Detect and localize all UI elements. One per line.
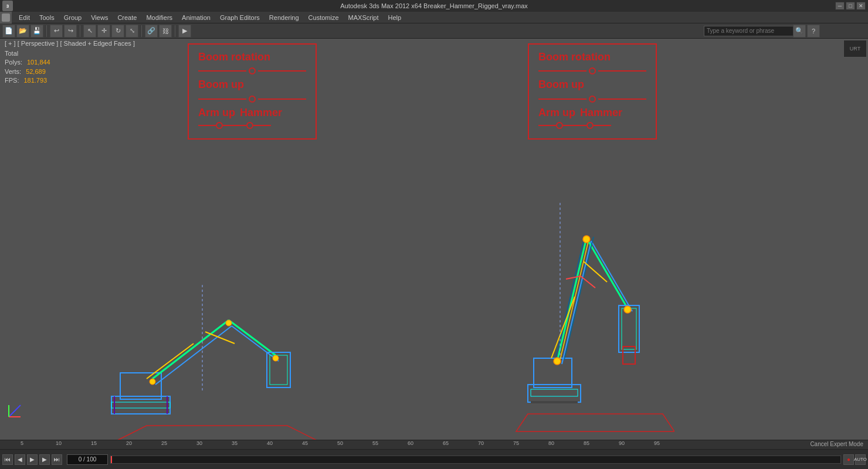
menu-animation[interactable]: Animation xyxy=(177,12,215,23)
ruler-tick-60: 60 xyxy=(408,440,413,446)
close-button[interactable]: ✕ xyxy=(856,2,866,10)
ruler-tick-65: 65 xyxy=(443,440,449,446)
svg-marker-18 xyxy=(516,414,674,431)
toolbar-sep-3 xyxy=(141,25,142,37)
boom-rotation-label-left: Boom rotation xyxy=(198,50,306,64)
toolbar-save[interactable]: 💾 xyxy=(30,25,43,38)
play-back-button[interactable]: ⏮ xyxy=(2,454,13,465)
timeline-trackbar[interactable] xyxy=(110,456,841,464)
svg-line-4 xyxy=(152,320,229,379)
toolbar-sep-1 xyxy=(46,25,47,37)
toolbar-unlink[interactable]: ⛓ xyxy=(159,25,172,38)
timeline-cursor xyxy=(111,456,112,463)
play-button[interactable]: ▶ xyxy=(27,454,38,465)
frame-counter[interactable]: 0 / 100 xyxy=(67,454,108,465)
autokey-button[interactable]: AUTO xyxy=(855,454,866,465)
ruler-tick-20: 20 xyxy=(126,440,132,446)
ruler-tick-40: 40 xyxy=(267,440,273,446)
total-label: Total xyxy=(5,49,18,58)
step-forward-button[interactable]: ▶ xyxy=(39,454,50,465)
search-input[interactable] xyxy=(704,26,798,36)
toolbar-link[interactable]: 🔗 xyxy=(145,25,158,38)
toolbar-scale[interactable]: ⤡ xyxy=(126,25,138,38)
stats-panel: Total Polys: 101,844 Verts: 52,689 FPS: … xyxy=(5,49,50,86)
svg-rect-21 xyxy=(534,358,572,388)
menu-group[interactable]: Group xyxy=(59,12,87,23)
timeline-ruler: 5 10 15 20 25 30 35 40 45 50 55 60 65 70… xyxy=(0,440,868,449)
svg-rect-2 xyxy=(111,402,170,408)
arm-knob-left[interactable] xyxy=(216,122,223,129)
svg-line-11 xyxy=(205,332,235,344)
verts-value: 52,689 xyxy=(26,67,46,76)
svg-line-30 xyxy=(554,241,584,364)
viewport: [ + ] [ Perspective ] [ Shaded + Edged F… xyxy=(0,39,868,449)
menu-edit[interactable]: Edit xyxy=(14,12,35,23)
menu-rendering[interactable]: Rendering xyxy=(265,12,304,23)
toolbar-sep-4 xyxy=(175,25,175,37)
toolbar-undo[interactable]: ↩ xyxy=(50,25,63,38)
render-thumbnail: URT xyxy=(843,40,867,57)
toolbar-render[interactable]: ▶ xyxy=(178,25,191,38)
toolbar-select[interactable]: ↖ xyxy=(83,25,96,38)
boom-rotation-label-right: Boom rotation xyxy=(538,50,646,64)
boom-up-knob-right[interactable] xyxy=(589,96,596,103)
menu-create[interactable]: Create xyxy=(113,12,141,23)
svg-point-36 xyxy=(624,306,631,313)
svg-point-12 xyxy=(150,379,155,385)
boom-rotation-knob-row-right xyxy=(538,67,646,74)
minimize-button[interactable]: ─ xyxy=(835,2,845,10)
menu-maxscript[interactable]: MAXScript xyxy=(344,12,384,23)
viewport-gizmo xyxy=(6,402,23,420)
toolbar-rotate[interactable]: ↻ xyxy=(111,25,124,38)
help-btn[interactable]: ? xyxy=(807,25,820,38)
arm-knob-right[interactable] xyxy=(556,122,563,129)
svg-line-26 xyxy=(591,241,632,311)
toolbar-redo[interactable]: ↪ xyxy=(64,25,77,38)
toolbar-sep-2 xyxy=(80,25,80,37)
hammer-label-left: Hammer xyxy=(240,106,282,120)
svg-line-31 xyxy=(564,237,594,360)
control-panel-left: Boom rotation Boom up Arm up Hammer xyxy=(188,43,317,140)
menu-views[interactable]: Views xyxy=(86,12,113,23)
toolbar-new[interactable]: 📄 xyxy=(2,25,15,38)
svg-point-34 xyxy=(554,358,561,365)
hammer-label-right: Hammer xyxy=(580,106,622,120)
play-end-button[interactable]: ⏭ xyxy=(52,454,62,465)
toolbar-open[interactable]: 📂 xyxy=(16,25,29,38)
search-btn[interactable]: 🔍 xyxy=(793,25,806,38)
ruler-tick-25: 25 xyxy=(161,440,167,446)
arm-hammer-knob-row-right xyxy=(538,122,646,129)
menu-graph-editors[interactable]: Graph Editors xyxy=(215,12,265,23)
hammer-knob-right[interactable] xyxy=(586,122,594,129)
maximize-button[interactable]: □ xyxy=(846,2,855,10)
menu-customize[interactable]: Customize xyxy=(304,12,344,23)
toolbar-move[interactable]: ✛ xyxy=(97,25,110,38)
ruler-tick-95: 95 xyxy=(654,440,660,446)
ruler-tick-5: 5 xyxy=(21,440,23,446)
titlebar: 3 Autodesk 3ds Max 2012 x64 Breaker_Hamm… xyxy=(0,0,868,12)
keyframe-button[interactable]: ● xyxy=(843,454,854,465)
boom-rotation-knob-left[interactable] xyxy=(249,67,256,74)
ruler-tick-55: 55 xyxy=(372,440,378,446)
hammer-knob-left[interactable] xyxy=(246,122,253,129)
titlebar-left: 3 xyxy=(0,1,13,11)
menu-help[interactable]: Help xyxy=(384,12,406,23)
boom-up-knob-row-left xyxy=(198,96,306,103)
svg-line-7 xyxy=(232,326,279,361)
svg-point-14 xyxy=(273,355,279,361)
arm-up-label-left: Arm up xyxy=(198,106,235,120)
svg-line-25 xyxy=(586,238,628,308)
svg-point-13 xyxy=(226,320,232,326)
fps-value: 181.793 xyxy=(23,76,47,85)
step-back-button[interactable]: ◀ xyxy=(15,454,25,465)
boom-up-knob-left[interactable] xyxy=(249,96,256,103)
fps-label: FPS: xyxy=(5,76,19,85)
ruler-tick-50: 50 xyxy=(337,440,343,446)
svg-rect-28 xyxy=(622,308,636,349)
menu-modifiers[interactable]: Modifiers xyxy=(141,12,177,23)
arm-up-label-right: Arm up xyxy=(538,106,575,120)
menu-tools[interactable]: Tools xyxy=(35,12,59,23)
expert-mode-status[interactable]: Cancel Expert Mode xyxy=(810,441,863,447)
boom-rotation-knob-right[interactable] xyxy=(589,67,596,74)
frame-counter-value: 0 / 100 xyxy=(79,456,97,463)
